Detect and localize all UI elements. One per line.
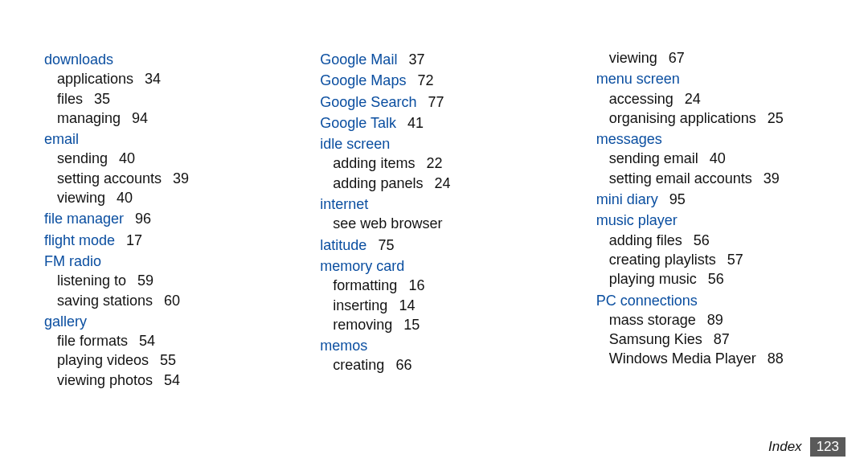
subentry-label: sending [57,150,108,166]
subentry-label: viewing photos [57,372,153,388]
index-subentry: viewing67 [609,48,824,68]
topic-label: Google Talk [320,115,396,131]
page-ref: 37 [408,51,424,68]
subentry-label: files [57,91,83,107]
topic-label: Google Maps [320,72,406,88]
index-topic: flight mode17 [44,231,272,250]
index-column-2: Google Mail37Google Maps72Google Search7… [320,48,547,471]
subentry-label: formatting [333,277,397,293]
subentry-label: file formats [57,333,128,349]
page-ref: 67 [669,50,685,66]
subentry-label: viewing [57,190,105,206]
page-footer: Index 123 [768,437,845,457]
index-topic: file manager96 [44,209,272,228]
index-subentry: sending email40 [609,149,824,168]
index-subentry: file formats54 [57,331,272,350]
index-column-3: viewing67menu screenaccessing24organisin… [596,48,824,471]
index-subentry: mass storage89 [609,310,824,330]
page-ref: 72 [417,72,433,88]
page-ref: 59 [137,272,154,289]
topic-label: memory card [320,258,404,274]
page-ref: 88 [768,350,784,367]
subentry-label: sending email [609,150,698,166]
subentry-label: setting email accounts [609,170,752,186]
page-ref: 14 [399,297,415,313]
index-subentry: listening to59 [57,271,272,290]
page-ref: 17 [126,232,142,248]
page-ref: 55 [160,352,176,368]
subentry-label: creating playlists [609,252,716,268]
index-subentry: viewing40 [57,188,272,207]
page-ref: 24 [685,91,701,107]
index-column-1: downloadsapplications34files35managing94… [44,48,272,471]
page-ref: 89 [707,312,723,328]
page-ref: 15 [403,317,420,333]
topic-label: email [44,131,79,147]
page-ref: 22 [426,155,442,171]
index-subentry: viewing photos54 [57,371,272,390]
topic-label: gallery [44,313,87,330]
index-topic: mini diary95 [596,190,824,209]
topic-label: internet [320,196,368,212]
page-ref: 56 [694,232,710,248]
subentry-label: see web browser [333,215,442,231]
page-ref: 54 [164,372,180,388]
subentry-label: saving stations [57,293,153,309]
index-subentry: files35 [57,89,272,109]
page-ref: 35 [94,91,110,107]
topic-label: Google Search [320,94,416,110]
index-subentry: applications34 [57,69,272,88]
page-ref: 94 [132,110,148,126]
topic-label: latitude [320,237,366,253]
page-ref: 40 [119,150,135,166]
index-topic: email [44,129,272,149]
subentry-label: removing [333,317,392,333]
subentry-label: Windows Media Player [609,350,756,367]
index-topic: Google Search77 [320,92,547,112]
page-ref: 57 [727,252,743,268]
page-ref: 16 [408,277,424,293]
index-subentry: saving stations60 [57,291,272,310]
topic-label: music player [596,212,678,228]
index-subentry: adding panels24 [333,174,547,193]
index-page: downloadsapplications34files35managing94… [0,0,868,471]
page-ref: 40 [117,190,133,206]
index-subentry: creating playlists57 [609,250,824,269]
index-subentry: accessing24 [609,89,824,109]
topic-label: menu screen [596,71,680,87]
page-ref: 24 [434,175,450,191]
index-subentry: inserting14 [333,296,547,315]
subentry-label: adding items [333,155,415,171]
index-subentry: see web browser [333,214,547,233]
topic-label: downloads [44,51,113,68]
index-subentry: removing15 [333,315,547,334]
page-ref: 77 [428,94,444,110]
index-subentry: creating66 [333,355,547,375]
topic-label: idle screen [320,136,390,152]
index-topic: messages [596,129,824,149]
index-topic: memos [320,336,547,355]
index-topic: FM radio [44,252,272,271]
index-subentry: Samsung Kies87 [609,330,824,349]
page-ref: 66 [395,357,411,373]
index-subentry: playing videos55 [57,350,272,370]
index-subentry: adding files56 [609,231,824,250]
index-topic: downloads [44,50,272,69]
topic-label: Google Mail [320,51,397,68]
footer-label: Index [768,439,802,455]
subentry-label: managing [57,110,121,126]
subentry-label: organising applications [609,110,756,126]
topic-label: flight mode [44,232,115,248]
index-topic: internet [320,195,547,214]
index-topic: idle screen [320,134,547,154]
index-topic: music player [596,211,824,230]
page-ref: 54 [139,333,155,349]
subentry-label: accessing [609,91,674,107]
index-topic: Google Talk41 [320,113,547,133]
page-ref: 41 [407,115,424,131]
index-subentry: organising applications25 [609,109,824,128]
page-ref: 34 [145,71,161,87]
page-ref: 56 [708,271,724,287]
index-subentry: playing music56 [609,269,824,289]
topic-label: FM radio [44,253,101,269]
